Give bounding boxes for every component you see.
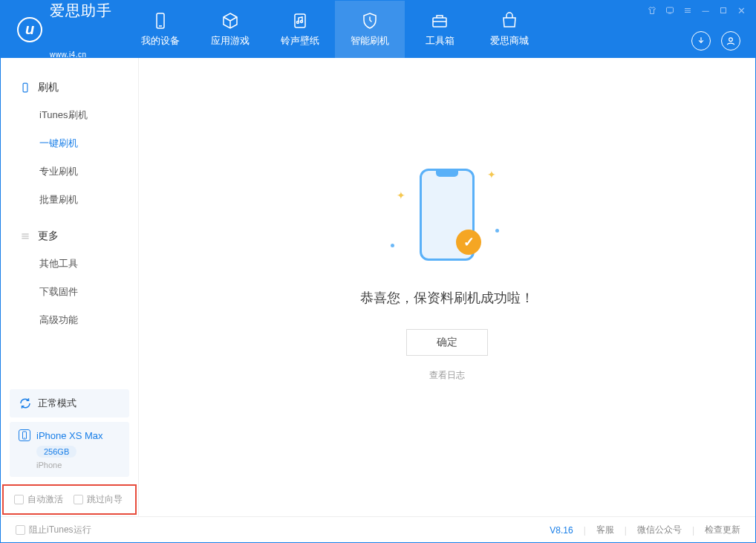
app-title: 爱思助手 bbox=[50, 1, 112, 51]
highlighted-options: 自动激活 跳过向导 bbox=[2, 484, 137, 515]
sidebar-item-other-tools[interactable]: 其他工具 bbox=[1, 250, 138, 278]
sidebar-section-more: 更多 bbox=[1, 223, 138, 250]
feedback-icon[interactable] bbox=[665, 5, 675, 16]
success-message: 恭喜您，保资料刷机成功啦！ bbox=[360, 289, 534, 307]
device-type: iPhone bbox=[36, 461, 120, 469]
refresh-icon bbox=[19, 397, 32, 410]
toolbox-icon bbox=[431, 12, 449, 30]
phone-icon bbox=[20, 82, 30, 93]
tab-store[interactable]: 爱思商城 bbox=[475, 1, 544, 58]
tab-my-device[interactable]: 我的设备 bbox=[126, 1, 195, 58]
sidebar-item-batch-flash[interactable]: 批量刷机 bbox=[1, 186, 138, 214]
close-button[interactable]: ✕ bbox=[736, 5, 746, 16]
tab-toolbox[interactable]: 工具箱 bbox=[405, 1, 475, 58]
logo-icon: u bbox=[17, 17, 42, 42]
skip-wizard-checkbox[interactable]: 跳过向导 bbox=[74, 493, 123, 506]
nav-tabs: 我的设备 应用游戏 铃声壁纸 智能刷机 工具箱 爱思商城 bbox=[126, 1, 544, 58]
main-content: ✦ ✦ ✓ 恭喜您，保资料刷机成功啦！ 确定 查看日志 bbox=[139, 58, 755, 516]
app-header: u 爱思助手 www.i4.cn 我的设备 应用游戏 铃声壁纸 智能刷机 工具箱 bbox=[1, 1, 755, 58]
block-itunes-checkbox[interactable]: 阻止iTunes运行 bbox=[16, 524, 91, 536]
svg-point-3 bbox=[297, 21, 299, 23]
svg-point-11 bbox=[729, 38, 733, 42]
phone-small-icon bbox=[19, 429, 30, 441]
sidebar-item-advanced[interactable]: 高级功能 bbox=[1, 306, 138, 334]
sidebar-item-download-fw[interactable]: 下载固件 bbox=[1, 278, 138, 306]
minimize-button[interactable]: ─ bbox=[700, 5, 711, 16]
ok-button[interactable]: 确定 bbox=[406, 329, 488, 356]
maximize-button[interactable] bbox=[718, 5, 729, 16]
sidebar-item-oneclick-flash[interactable]: 一键刷机 bbox=[1, 129, 138, 157]
tab-smart-flash[interactable]: 智能刷机 bbox=[335, 1, 405, 58]
account-button[interactable] bbox=[721, 31, 740, 51]
shield-icon bbox=[361, 12, 379, 30]
version-label: V8.16 bbox=[550, 525, 573, 536]
cube-icon bbox=[221, 12, 239, 30]
sidebar: 刷机 iTunes刷机 一键刷机 专业刷机 批量刷机 更多 其他工具 下载固件 … bbox=[1, 58, 139, 516]
logo: u 爱思助手 www.i4.cn bbox=[1, 1, 126, 58]
wechat-link[interactable]: 微信公众号 bbox=[637, 524, 682, 536]
list-icon bbox=[20, 231, 30, 241]
app-subtitle: www.i4.cn bbox=[50, 51, 112, 59]
storage-badge: 256GB bbox=[36, 446, 76, 458]
svg-rect-5 bbox=[433, 18, 446, 27]
device-card[interactable]: iPhone XS Max 256GB iPhone bbox=[10, 422, 129, 477]
success-illustration: ✦ ✦ ✓ bbox=[388, 163, 506, 267]
window-controls: ─ ✕ bbox=[647, 1, 755, 16]
sidebar-item-itunes-flash[interactable]: iTunes刷机 bbox=[1, 101, 138, 129]
footer: 阻止iTunes运行 V8.16 | 客服 | 微信公众号 | 检查更新 bbox=[1, 516, 755, 543]
view-log-link[interactable]: 查看日志 bbox=[429, 369, 465, 382]
svg-point-4 bbox=[301, 20, 303, 22]
svg-rect-12 bbox=[23, 83, 27, 92]
tab-ringtones[interactable]: 铃声壁纸 bbox=[265, 1, 335, 58]
check-update-link[interactable]: 检查更新 bbox=[705, 524, 740, 536]
device-icon bbox=[151, 12, 169, 30]
auto-activate-checkbox[interactable]: 自动激活 bbox=[14, 493, 63, 506]
store-icon bbox=[501, 12, 518, 30]
download-button[interactable] bbox=[691, 31, 711, 51]
device-name: iPhone XS Max bbox=[36, 430, 103, 441]
tab-apps-games[interactable]: 应用游戏 bbox=[195, 1, 265, 58]
svg-rect-6 bbox=[667, 7, 674, 13]
menu-icon[interactable] bbox=[682, 5, 693, 16]
mode-card[interactable]: 正常模式 bbox=[10, 389, 129, 417]
sidebar-item-pro-flash[interactable]: 专业刷机 bbox=[1, 157, 138, 186]
check-icon: ✓ bbox=[456, 230, 481, 255]
music-icon bbox=[291, 12, 309, 30]
shirt-icon[interactable] bbox=[647, 5, 657, 16]
support-link[interactable]: 客服 bbox=[596, 524, 614, 536]
svg-rect-10 bbox=[721, 8, 726, 13]
sidebar-section-flash: 刷机 bbox=[1, 74, 138, 101]
